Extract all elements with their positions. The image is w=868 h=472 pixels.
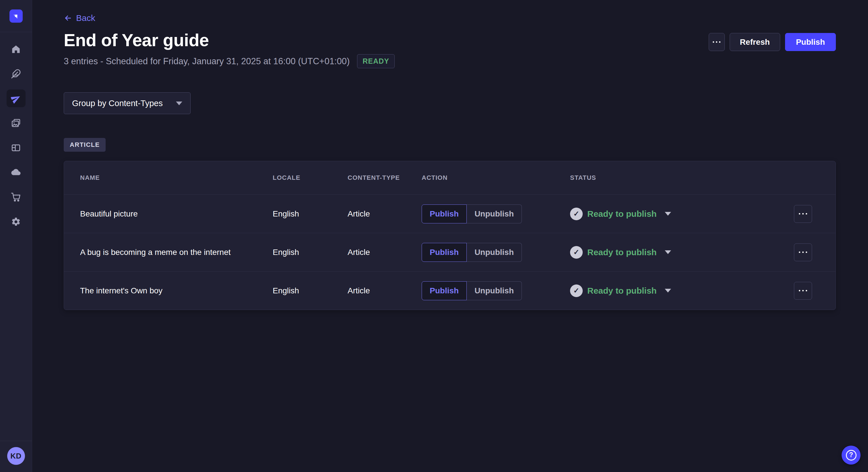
sidebar-nav	[7, 40, 26, 231]
chevron-down-icon	[665, 250, 671, 254]
action-toggle: Publish Unpublish	[422, 281, 522, 300]
entry-locale: English	[273, 286, 348, 295]
gear-icon	[11, 217, 21, 227]
unpublish-toggle-button[interactable]: Unpublish	[467, 243, 522, 262]
entries-table: NAME LOCALE CONTENT-TYPE ACTION STATUS B…	[64, 161, 836, 310]
publish-button[interactable]: Publish	[785, 33, 836, 51]
help-button[interactable]: ?	[842, 446, 861, 465]
strapi-logo[interactable]	[9, 9, 23, 23]
sidebar-item-content-type-builder[interactable]	[7, 139, 26, 157]
arrow-left-icon	[64, 14, 72, 22]
unpublish-toggle-button[interactable]: Unpublish	[467, 204, 522, 224]
check-circle-icon: ✓	[570, 246, 583, 259]
media-icon	[11, 118, 21, 128]
row-more-button[interactable]	[794, 282, 812, 300]
content-type-group-badge: ARTICLE	[64, 138, 105, 152]
back-row: Back	[64, 0, 836, 24]
back-label: Back	[76, 13, 95, 23]
feather-icon	[11, 69, 21, 79]
subtitle-row: 3 entries - Scheduled for Friday, Januar…	[64, 54, 836, 68]
entry-status-dropdown[interactable]: ✓ Ready to publish	[570, 284, 794, 297]
entry-status-label: Ready to publish	[587, 286, 657, 296]
publish-toggle-button[interactable]: Publish	[422, 281, 467, 300]
chevron-down-icon	[176, 102, 182, 105]
sidebar-item-cloud[interactable]	[7, 164, 26, 181]
entry-content-type: Article	[348, 248, 422, 257]
sidebar-item-content-manager[interactable]	[7, 65, 26, 82]
release-schedule-text: 3 entries - Scheduled for Friday, Januar…	[64, 56, 350, 67]
sidebar: KD	[0, 0, 32, 472]
column-header-content-type: CONTENT-TYPE	[348, 174, 422, 181]
sidebar-footer: KD	[0, 441, 32, 472]
main-content: Back End of Year guide 3 entries - Sched…	[32, 0, 868, 472]
release-more-button[interactable]	[709, 33, 725, 51]
check-circle-icon: ✓	[570, 284, 583, 297]
entry-locale: English	[273, 209, 348, 218]
column-header-locale: LOCALE	[273, 174, 348, 181]
paper-plane-icon	[11, 94, 21, 103]
column-header-action: ACTION	[422, 174, 570, 181]
entry-content-type: Article	[348, 209, 422, 218]
row-more-button[interactable]	[794, 243, 812, 261]
column-header-status: STATUS	[570, 174, 794, 181]
entry-name: A bug is becoming a meme on the internet	[80, 248, 273, 257]
row-more-button[interactable]	[794, 205, 812, 223]
action-toggle: Publish Unpublish	[422, 243, 522, 262]
column-header-name: NAME	[80, 174, 273, 181]
entry-status-label: Ready to publish	[587, 209, 657, 219]
entry-status-dropdown[interactable]: ✓ Ready to publish	[570, 246, 794, 259]
sidebar-item-marketplace[interactable]	[7, 188, 26, 206]
sidebar-item-releases[interactable]	[7, 90, 26, 107]
check-circle-icon: ✓	[570, 208, 583, 220]
cart-icon	[11, 192, 21, 202]
refresh-button[interactable]: Refresh	[730, 33, 780, 51]
table-row[interactable]: A bug is becoming a meme on the internet…	[64, 233, 836, 271]
publish-toggle-button[interactable]: Publish	[422, 204, 467, 224]
header-actions: Refresh Publish	[709, 33, 836, 51]
entry-status-label: Ready to publish	[587, 247, 657, 257]
table-row[interactable]: Beautiful picture English Article Publis…	[64, 194, 836, 233]
group-by-value: Group by Content-Types	[72, 99, 163, 108]
table-header-row: NAME LOCALE CONTENT-TYPE ACTION STATUS	[64, 161, 836, 194]
more-icon	[799, 213, 800, 214]
unpublish-toggle-button[interactable]: Unpublish	[467, 281, 522, 300]
entry-name: Beautiful picture	[80, 209, 273, 218]
entry-content-type: Article	[348, 286, 422, 295]
more-icon	[799, 251, 800, 253]
entry-status-dropdown[interactable]: ✓ Ready to publish	[570, 208, 794, 220]
action-toggle: Publish Unpublish	[422, 204, 522, 224]
help-icon: ?	[846, 450, 857, 461]
sidebar-item-settings[interactable]	[7, 213, 26, 231]
strapi-logo-icon	[12, 12, 20, 20]
layout-icon	[11, 143, 21, 153]
entry-name: The internet's Own boy	[80, 286, 273, 295]
entry-locale: English	[273, 248, 348, 257]
status-badge: READY	[357, 54, 395, 68]
chevron-down-icon	[665, 289, 671, 293]
chevron-down-icon	[665, 212, 671, 216]
more-icon	[713, 41, 714, 43]
group-by-select[interactable]: Group by Content-Types	[64, 92, 191, 114]
more-icon	[799, 290, 800, 291]
back-link[interactable]: Back	[64, 13, 95, 23]
table-row[interactable]: The internet's Own boy English Article P…	[64, 271, 836, 310]
cloud-icon	[11, 167, 21, 177]
sidebar-item-media-library[interactable]	[7, 114, 26, 132]
sidebar-item-home[interactable]	[7, 40, 26, 58]
home-icon	[11, 44, 21, 54]
publish-toggle-button[interactable]: Publish	[422, 243, 467, 262]
user-avatar[interactable]: KD	[7, 447, 25, 465]
